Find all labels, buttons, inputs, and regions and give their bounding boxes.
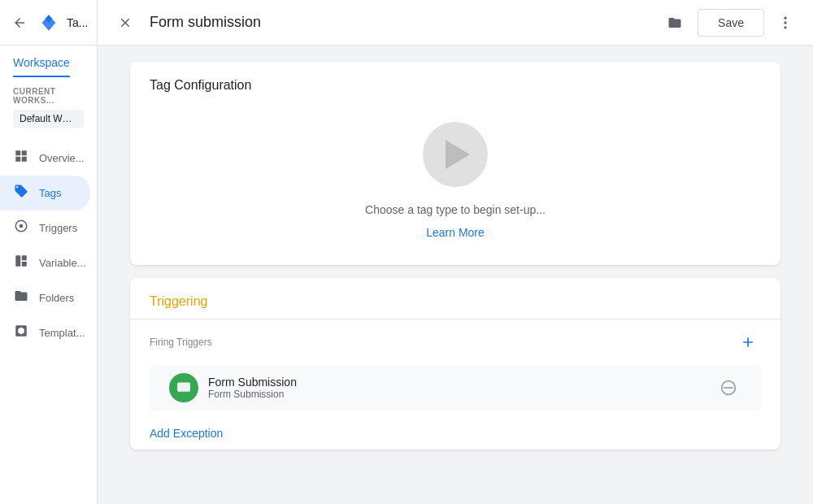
workspace-tab[interactable]: Workspace <box>0 46 97 77</box>
svg-rect-3 <box>15 255 20 267</box>
tag-config-body[interactable]: Choose a tag type to begin set-up... Lea… <box>130 106 780 265</box>
firing-triggers-row: Firing Triggers <box>130 319 780 365</box>
svg-point-7 <box>784 21 786 24</box>
more-options-button[interactable] <box>771 8 800 37</box>
sidebar-item-tags-label: Tags <box>39 187 61 199</box>
add-exception-link[interactable]: Add Exception <box>130 417 242 450</box>
folder-button[interactable] <box>662 10 688 36</box>
tag-placeholder-icon[interactable] <box>423 122 488 187</box>
sidebar-item-folders[interactable]: Folders <box>0 280 90 315</box>
header-actions: Save <box>698 8 800 37</box>
current-workspace-section: CURRENT WORKS... Default Works... <box>0 77 97 134</box>
dialog-header: Form submission Save <box>98 0 813 46</box>
overview-icon <box>13 149 29 167</box>
workspace-tab-label: Workspace <box>13 56 70 77</box>
triggering-title: Triggering <box>150 294 207 308</box>
svg-point-2 <box>20 224 24 228</box>
tag-config-header: Tag Configuration <box>130 62 780 106</box>
trigger-type: Form Submission <box>208 389 706 400</box>
remove-trigger-button[interactable] <box>715 375 741 401</box>
triggering-card: Triggering Firing Triggers <box>130 278 780 450</box>
main-area: Form submission Save Tag Configuration C… <box>98 0 813 504</box>
svg-rect-9 <box>177 383 190 392</box>
trigger-icon-circle <box>169 373 198 402</box>
variables-icon <box>13 254 29 272</box>
sidebar-app-title: Ta... <box>67 16 88 29</box>
svg-rect-5 <box>22 262 27 267</box>
tags-icon <box>13 184 29 202</box>
add-trigger-button[interactable] <box>735 329 761 355</box>
gtm-logo <box>37 11 60 34</box>
tag-configuration-card: Tag Configuration Choose a tag type to b… <box>130 62 780 265</box>
sidebar-item-tags[interactable]: Tags <box>0 176 90 211</box>
play-icon <box>446 140 470 169</box>
svg-point-8 <box>784 26 786 28</box>
choose-tag-text: Choose a tag type to begin set-up... <box>365 203 546 216</box>
firing-triggers-label: Firing Triggers <box>150 337 212 348</box>
sidebar-item-triggers[interactable]: Triggers <box>0 211 90 245</box>
templates-icon <box>13 324 29 342</box>
sidebar-nav: Overvie... Tags Triggers Variable... Fol… <box>0 134 97 357</box>
svg-point-6 <box>784 16 786 19</box>
triggers-section: Firing Triggers Form Submission <box>130 319 780 411</box>
sidebar-item-variables-label: Variable... <box>39 257 86 269</box>
tag-config-title: Tag Configuration <box>150 78 251 92</box>
sidebar-item-folders-label: Folders <box>39 292 74 304</box>
current-workspace-title: CURRENT WORKS... <box>13 87 84 105</box>
save-button[interactable]: Save <box>698 9 764 37</box>
sidebar-item-triggers-label: Triggers <box>39 222 77 234</box>
trigger-item[interactable]: Form Submission Form Submission <box>150 365 761 411</box>
triggering-header: Triggering <box>130 278 780 309</box>
sidebar: Ta... Workspace CURRENT WORKS... Default… <box>0 0 98 504</box>
learn-more-link[interactable]: Learn More <box>426 226 485 239</box>
triggers-icon <box>13 219 29 237</box>
back-button[interactable] <box>8 11 31 34</box>
sidebar-item-templates[interactable]: Templat... <box>0 315 90 350</box>
dialog-title: Form submission <box>150 14 652 31</box>
sidebar-item-templates-label: Templat... <box>39 327 85 339</box>
sidebar-item-variables[interactable]: Variable... <box>0 245 90 280</box>
workspace-name[interactable]: Default Works... <box>13 110 84 128</box>
dialog-content: Tag Configuration Choose a tag type to b… <box>98 46 813 504</box>
close-button[interactable] <box>111 8 140 37</box>
folders-icon <box>13 289 29 307</box>
trigger-info: Form Submission Form Submission <box>208 376 706 400</box>
sidebar-item-overview-label: Overvie... <box>39 152 85 164</box>
trigger-name: Form Submission <box>208 376 706 389</box>
svg-rect-4 <box>22 255 27 260</box>
sidebar-item-overview[interactable]: Overvie... <box>0 141 90 176</box>
sidebar-header: Ta... <box>0 0 97 46</box>
